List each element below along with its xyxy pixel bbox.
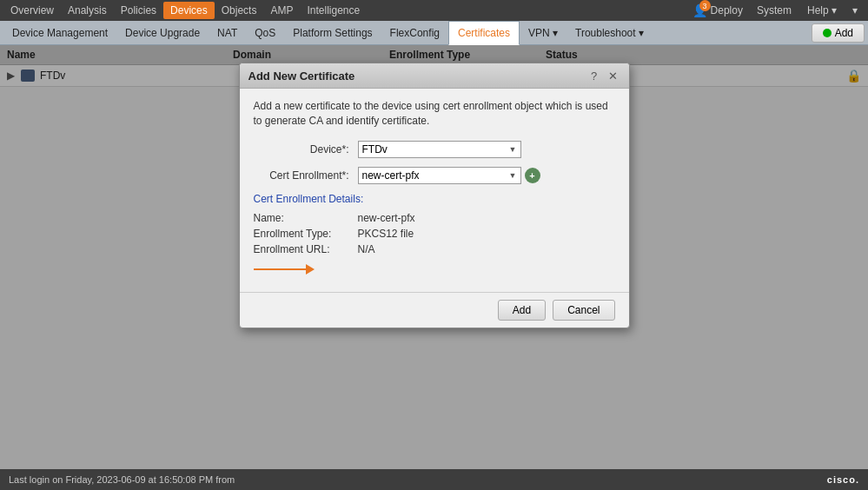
add-button-label: Add [835,27,853,39]
cert-detail-name-row: Name: new-cert-pfx [254,212,615,224]
subnav-device-management[interactable]: Device Management [3,21,116,45]
subnav-nat[interactable]: NAT [209,21,246,45]
cert-enrollment-select[interactable]: new-cert-pfx [358,167,521,184]
nav-devices[interactable]: Devices [163,2,215,19]
main-content: Name Domain Enrollment Type Status ▶ FTD… [0,45,868,469]
subnav-vpn[interactable]: VPN ▾ [520,21,567,45]
cert-detail-enrollment-url-label: Enrollment URL: [254,243,358,255]
cert-detail-enrollment-url-row: Enrollment URL: N/A [254,243,615,255]
add-certificate-button[interactable]: Add [812,23,865,43]
modal-overlay: Add New Certificate ? ✕ Add a new certif… [0,45,868,469]
nav-analysis[interactable]: Analysis [61,2,114,19]
top-nav-right: 👤 3 Deploy System Help ▾ ▾ [687,2,865,19]
cert-detail-name-label: Name: [254,212,358,224]
status-text: Last login on Friday, 2023-06-09 at 16:5… [9,474,235,485]
subnav-flexconfig[interactable]: FlexConfig [381,21,448,45]
cert-enrollment-select-container: new-cert-pfx [358,167,521,184]
nav-objects[interactable]: Objects [215,2,264,19]
cert-details-section: Cert Enrollment Details: Name: new-cert-… [254,193,615,255]
modal-title-icons: ? ✕ [587,69,620,83]
subnav-qos[interactable]: QoS [246,21,284,45]
modal-add-button[interactable]: Add [498,300,546,321]
cert-detail-enrollment-type-value: PKCS12 file [358,228,414,240]
deploy-icon-wrapper: 👤 3 [692,3,707,17]
deploy-label[interactable]: Deploy [711,4,743,17]
nav-more[interactable]: ▾ [845,2,865,19]
nav-amp[interactable]: AMP [263,2,300,19]
device-control: FTDv [358,141,521,158]
subnav-platform-settings[interactable]: Platform Settings [284,21,381,45]
cert-enrollment-info-button[interactable]: + [525,168,540,183]
cert-detail-enrollment-type-label: Enrollment Type: [254,228,358,240]
cert-enrollment-control: new-cert-pfx + [358,167,540,184]
modal-body: Add a new certificate to the device usin… [240,89,629,292]
cert-detail-enrollment-url-value: N/A [358,243,375,255]
add-button-dot [823,29,832,37]
device-label: Device*: [254,143,358,156]
subnav-device-upgrade[interactable]: Device Upgrade [116,21,209,45]
status-bar: Last login on Friday, 2023-06-09 at 16:5… [0,469,868,490]
device-select[interactable]: FTDv [358,141,521,158]
device-field-row: Device*: FTDv [254,141,615,158]
cert-enrollment-label: Cert Enrollment*: [254,169,358,182]
subnav-certificates[interactable]: Certificates [448,21,520,45]
cert-enrollment-field-row: Cert Enrollment*: new-cert-pfx + [254,167,615,184]
deploy-badge: 3 [699,0,711,11]
modal-title: Add New Certificate [248,70,587,83]
cert-detail-enrollment-type-row: Enrollment Type: PKCS12 file [254,228,615,240]
modal-title-bar: Add New Certificate ? ✕ [240,63,629,89]
nav-help[interactable]: Help ▾ [800,2,844,19]
modal-cancel-button[interactable]: Cancel [553,300,614,321]
cisco-logo: cisco. [827,474,859,485]
subnav-troubleshoot[interactable]: Troubleshoot ▾ [567,21,653,45]
nav-intelligence[interactable]: Intelligence [300,2,367,19]
arrow-graphic [254,264,615,275]
modal-description: Add a new certificate to the device usin… [254,99,615,129]
nav-system[interactable]: System [750,2,798,19]
cert-detail-name-value: new-cert-pfx [358,212,415,224]
modal-help-button[interactable]: ? [587,69,601,83]
top-nav-bar: Overview Analysis Policies Devices Objec… [0,0,868,21]
cert-details-link[interactable]: Cert Enrollment Details: [254,193,615,205]
sub-nav-bar: Device Management Device Upgrade NAT QoS… [0,21,868,45]
nav-overview[interactable]: Overview [3,2,61,19]
modal-close-button[interactable]: ✕ [606,69,620,83]
sub-nav-right: Add [812,23,865,43]
device-select-container: FTDv [358,141,521,158]
modal-footer: Add Cancel [240,292,629,328]
arrow-head [306,264,315,275]
arrow-line [254,268,306,270]
deploy-button[interactable]: 👤 3 Deploy [687,3,748,17]
nav-policies[interactable]: Policies [114,2,163,19]
add-certificate-modal: Add New Certificate ? ✕ Add a new certif… [239,63,630,328]
